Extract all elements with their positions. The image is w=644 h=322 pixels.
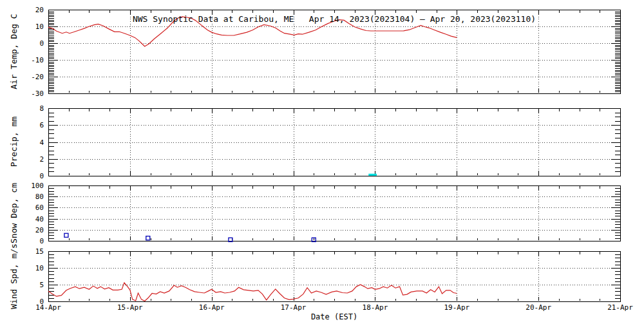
y-axis-label-precip: Precip, mm [9,117,19,167]
wind-speed-gridlines [48,251,620,301]
wind-speed-ms-line [48,283,457,301]
x-tick-labels: 14-Apr15-Apr16-Apr17-Apr18-Apr19-Apr20-A… [35,303,633,312]
air-temp-ytick-labels: 20100-10-20-30 [31,6,44,98]
snow-depth-frame [49,186,621,242]
x-tick-label: 19-Apr [444,303,469,312]
x-tick-label: 16-Apr [199,303,225,312]
svg-text:80: 80 [35,193,44,201]
x-axis-label: Date (EST) [48,312,620,321]
svg-text:10: 10 [35,23,44,31]
svg-text:15: 15 [35,247,44,256]
svg-text:4: 4 [39,138,44,147]
y-axis-label-air-temp: Air Temp, Deg C [9,14,19,89]
x-tick-label: 18-Apr [363,303,388,312]
x-tick-label: 20-Apr [526,303,551,312]
svg-text:40: 40 [35,215,44,223]
x-tick-label: 14-Apr [35,303,61,312]
synoptic-data-figure: 20100-10-20-308642010080604020015105014-… [0,0,644,322]
panel-snow-depth: 100806040200 [31,182,620,245]
snow-depth-ytick-labels: 100806040200 [31,182,44,245]
svg-text:20: 20 [35,226,44,234]
svg-text:0: 0 [39,39,44,48]
wind-speed-frame [49,252,621,302]
snow-depth-gridlines [48,185,620,241]
chart-title: NWS Synoptic Data at Caribou, ME Apr 14,… [48,14,620,24]
y-axis-label-snow-depth: Snow Dep, cm [9,183,19,243]
x-tick-label: 21-Apr [607,303,633,312]
svg-text:-10: -10 [31,56,44,64]
y-axis-label-wind-speed: Wind Spd, m/s [9,243,19,309]
snow-depth-cm-marker [64,233,68,237]
svg-text:5: 5 [39,281,44,289]
x-tick-label: 15-Apr [117,303,143,312]
panel-precip: 86420 [39,104,620,180]
snow-depth-cm-marker [146,236,150,240]
svg-text:0: 0 [39,237,44,245]
plot-canvas: 20100-10-20-308642010080604020015105014-… [0,0,644,322]
svg-text:0: 0 [39,172,44,180]
svg-text:-30: -30 [31,90,44,98]
precip-ytick-labels: 86420 [39,104,44,180]
svg-text:100: 100 [31,182,44,190]
svg-text:20: 20 [35,6,44,14]
snow-depth-axis-ticks [49,186,621,242]
svg-text:-20: -20 [31,73,44,81]
precip-gridlines [48,108,620,176]
wind-speed-ytick-labels: 151050 [35,247,44,306]
x-tick-label: 17-Apr [281,303,307,312]
precip-bar [368,174,377,176]
panel-wind-speed: 151050 [35,247,621,306]
svg-text:6: 6 [39,121,44,129]
svg-text:60: 60 [35,204,44,212]
svg-text:10: 10 [35,264,44,272]
wind-speed-axis-ticks [49,252,621,302]
svg-text:8: 8 [39,104,44,113]
svg-text:2: 2 [39,155,44,164]
